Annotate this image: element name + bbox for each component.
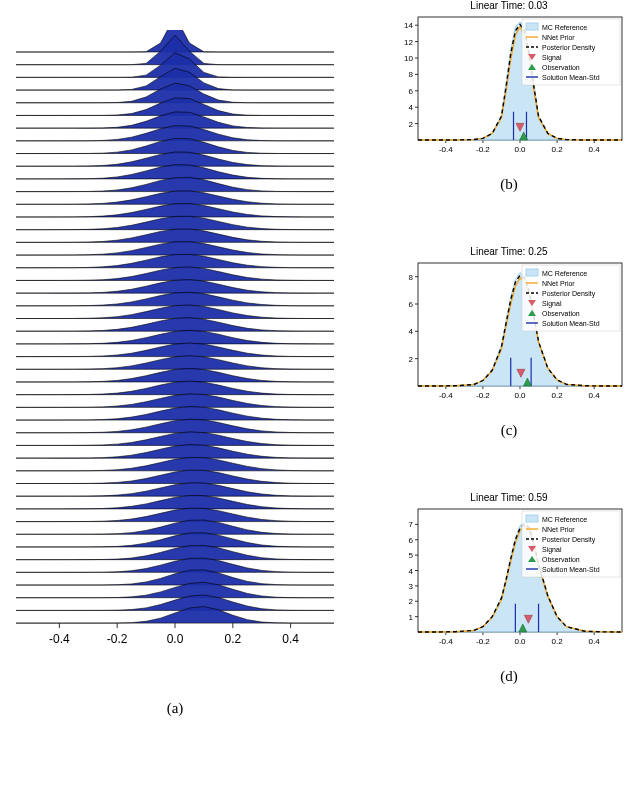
svg-text:0.4: 0.4 [282,632,299,646]
svg-text:0.4: 0.4 [589,145,601,154]
svg-text:6: 6 [409,536,414,545]
panel-b-title: Linear Time: 0.03 [390,0,628,11]
svg-text:Observation: Observation [542,310,580,317]
svg-rect-164 [526,515,538,522]
svg-text:6: 6 [409,87,414,96]
caption-d: (d) [390,668,628,685]
svg-text:NNet Prior: NNet Prior [542,526,575,533]
svg-text:0.0: 0.0 [514,391,526,400]
svg-text:0.0: 0.0 [514,145,526,154]
svg-text:8: 8 [409,70,414,79]
svg-text:0.2: 0.2 [552,145,564,154]
svg-rect-122 [526,269,538,276]
panel-d-title: Linear Time: 0.59 [390,492,628,503]
panel-c: Linear Time: 0.25 2468-0.4-0.20.00.20.4M… [390,246,628,406]
svg-text:Signal: Signal [542,546,562,554]
svg-text:0.4: 0.4 [589,637,601,646]
svg-text:Solution Mean-Std: Solution Mean-Std [542,320,600,327]
right-column: Linear Time: 0.03 2468101214-0.4-0.20.00… [390,0,640,785]
svg-text:MC Reference: MC Reference [542,516,587,523]
panel-c-title: Linear Time: 0.25 [390,246,628,257]
svg-text:MC Reference: MC Reference [542,270,587,277]
panel-b: Linear Time: 0.03 2468101214-0.4-0.20.00… [390,0,628,160]
svg-text:MC Reference: MC Reference [542,24,587,31]
panel-a: -0.4-0.20.00.20.4 [0,30,350,650]
svg-text:2: 2 [409,120,414,129]
svg-text:Solution Mean-Std: Solution Mean-Std [542,74,600,81]
svg-text:Observation: Observation [542,556,580,563]
svg-text:2: 2 [409,597,414,606]
panel-c-plot: 2468-0.4-0.20.00.20.4MC ReferenceNNet Pr… [390,259,628,404]
svg-text:Posterior Density: Posterior Density [542,290,596,298]
svg-text:-0.4: -0.4 [439,145,453,154]
svg-text:5: 5 [409,551,414,560]
svg-text:2: 2 [409,355,414,364]
svg-text:-0.2: -0.2 [476,391,490,400]
svg-text:-0.4: -0.4 [49,632,70,646]
svg-text:12: 12 [404,38,413,47]
svg-text:14: 14 [404,21,413,30]
svg-text:0.0: 0.0 [514,637,526,646]
svg-text:4: 4 [409,103,414,112]
svg-text:0.2: 0.2 [552,391,564,400]
panel-d: Linear Time: 0.59 1234567-0.4-0.20.00.20… [390,492,628,652]
panel-d-plot: 1234567-0.4-0.20.00.20.4MC ReferenceNNet… [390,505,628,650]
svg-text:0.4: 0.4 [589,391,601,400]
svg-text:4: 4 [409,567,414,576]
svg-text:0.0: 0.0 [167,632,184,646]
svg-text:0.2: 0.2 [224,632,241,646]
svg-text:-0.2: -0.2 [476,637,490,646]
svg-text:Posterior Density: Posterior Density [542,44,596,52]
svg-text:Signal: Signal [542,54,562,62]
caption-a: (a) [0,700,350,717]
figure-page: -0.4-0.20.00.20.4 (a) Linear Time: 0.03 … [0,0,640,785]
svg-text:0.2: 0.2 [552,637,564,646]
svg-rect-86 [526,23,538,30]
svg-text:8: 8 [409,273,414,282]
svg-text:1: 1 [409,613,414,622]
svg-text:Signal: Signal [542,300,562,308]
svg-text:7: 7 [409,520,414,529]
svg-text:NNet Prior: NNet Prior [542,34,575,41]
svg-text:10: 10 [404,54,413,63]
caption-c: (c) [390,422,628,439]
svg-text:Solution Mean-Std: Solution Mean-Std [542,566,600,573]
svg-text:3: 3 [409,582,414,591]
svg-text:NNet Prior: NNet Prior [542,280,575,287]
svg-text:-0.2: -0.2 [107,632,128,646]
svg-text:Observation: Observation [542,64,580,71]
svg-text:-0.4: -0.4 [439,637,453,646]
svg-text:4: 4 [409,327,414,336]
ridgeline-plot: -0.4-0.20.00.20.4 [0,30,350,650]
panel-b-plot: 2468101214-0.4-0.20.00.20.4MC ReferenceN… [390,13,628,158]
svg-text:-0.4: -0.4 [439,391,453,400]
svg-text:-0.2: -0.2 [476,145,490,154]
svg-text:Posterior Density: Posterior Density [542,536,596,544]
caption-b: (b) [390,176,628,193]
svg-text:6: 6 [409,300,414,309]
